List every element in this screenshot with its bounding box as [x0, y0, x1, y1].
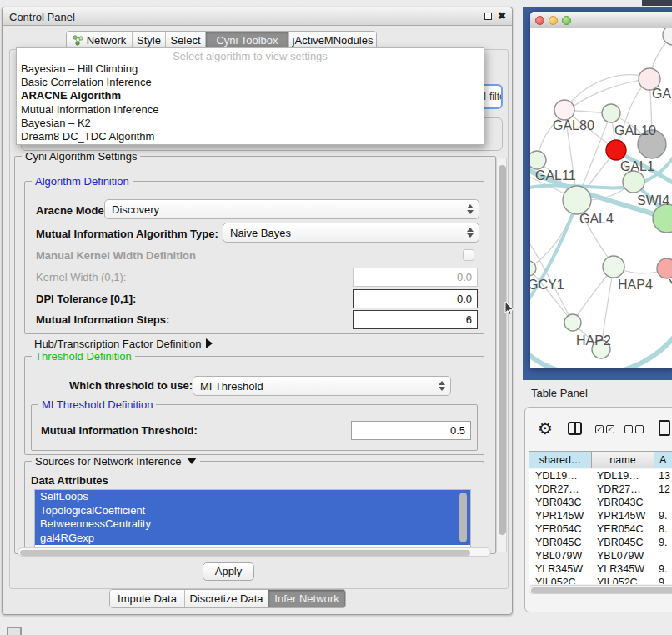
network-window: GAL GAL80 GAL10 GAL1 GAL11 SWI4 GAL4 GCY… [530, 12, 672, 368]
attribute-item-betweennesscentrality[interactable]: BetweennessCentrality [35, 518, 470, 532]
kernel-width-field[interactable]: 0.0 [353, 268, 478, 287]
node-label: HAP4 [618, 278, 653, 292]
node-green [653, 204, 672, 232]
combo-arrows-icon [464, 228, 479, 238]
settings-vscrollbar[interactable] [496, 158, 507, 552]
tab-infer-network[interactable]: Infer Network [268, 590, 345, 608]
close-icon[interactable]: ✖ [498, 10, 506, 22]
expanded-arrow-icon [187, 458, 197, 464]
algorithm-dropdown: Select algorithm to view settings Bayesi… [16, 48, 484, 145]
which-threshold-combo[interactable]: MI Threshold [193, 376, 451, 396]
node-label: GCY1 [530, 278, 564, 292]
tab-discretize-data[interactable]: Discretize Data [185, 590, 268, 608]
dpi-tolerance-field[interactable]: 0.0 [353, 289, 478, 308]
table-row[interactable]: YDR27…YDR27…12 [529, 483, 672, 497]
node-hap2 [564, 314, 581, 331]
tab-jactivemnodules[interactable]: jActiveMNodules [289, 32, 376, 49]
table-row[interactable]: YDL19…YDL19…13 [529, 470, 672, 483]
aracne-mode-label: Aracne Mode: [36, 204, 108, 217]
minimize-traffic-light[interactable] [549, 16, 558, 25]
table-row[interactable]: YER054CYER054C8. [529, 523, 672, 537]
node-gal4 [563, 186, 591, 214]
table-hscrollbar-thumb[interactable] [531, 588, 672, 593]
mi-steps-field[interactable]: 6 [353, 310, 478, 329]
tab-label: Network [87, 34, 127, 47]
algorithm-option-aracne[interactable]: ARACNE Algorithm [17, 89, 484, 102]
deselect-all-checks-icon[interactable] [624, 425, 644, 433]
tab-network[interactable]: Network [67, 32, 133, 49]
aracne-mode-combo[interactable]: Discovery [104, 199, 479, 219]
node-salmon [657, 258, 672, 278]
attribute-list-scrollbar[interactable] [459, 492, 467, 542]
zoom-traffic-light[interactable] [562, 16, 571, 25]
mouse-cursor [504, 302, 515, 317]
algorithm-option-basic-correlation[interactable]: Basic Correlation Inference [17, 76, 484, 89]
node-hap4 [603, 256, 624, 278]
attribute-item-topologicalcoefficient[interactable]: TopologicalCoefficient [35, 504, 470, 518]
node-label: GAL4 [579, 212, 614, 226]
select-all-checks-icon[interactable]: ✓✓ [595, 425, 614, 433]
hub-definition-toggle[interactable]: Hub/Transcription Factor Definition [34, 338, 213, 350]
mi-algorithm-type-label: Mutual Information Algorithm Type: [36, 228, 218, 240]
table-row[interactable]: YLR345WYLR345W9. [529, 563, 672, 577]
collapsed-arrow-icon [206, 338, 213, 348]
node-label: GAL [652, 87, 672, 101]
which-threshold-label: Which threshold to use: [69, 379, 193, 392]
settings-hscrollbar-thumb[interactable] [20, 550, 470, 556]
close-traffic-light[interactable] [535, 16, 544, 25]
combo-arrows-icon [464, 204, 479, 214]
data-attributes-label: Data Attributes [31, 474, 108, 487]
algorithm-definition-title: Algorithm Definition [32, 175, 133, 188]
attribute-item-gal4rgexp[interactable]: gal4RGexp [35, 532, 470, 546]
settings-hscrollbar[interactable] [18, 548, 491, 557]
manual-kernel-width-checkbox[interactable] [463, 249, 474, 261]
node-swi4 [623, 171, 644, 192]
table-row[interactable]: YBL079WYBL079W [529, 550, 672, 563]
float-panel-icon[interactable] [484, 12, 492, 20]
settings-vscrollbar-thumb[interactable] [499, 165, 506, 535]
tab-impute-data[interactable]: Impute Data [110, 590, 185, 608]
mi-steps-label: Mutual Information Steps: [36, 313, 169, 326]
table-body: YDL19…YDL19…13 YDR27…YDR27…12 YBR043CYBR… [529, 469, 672, 584]
algorithm-option-bayesian-hill[interactable]: Bayesian – Hill Climbing [17, 62, 484, 76]
kernel-width-label: Kernel Width (0,1): [36, 271, 126, 283]
settings-group-title: Cyni Algorithm Settings [22, 150, 140, 162]
table-row[interactable]: YBR045CYBR045C9. [529, 537, 672, 550]
column-header-name[interactable]: name [591, 451, 654, 468]
mi-threshold-definition-title: MI Threshold Definition [38, 398, 156, 411]
dropdown-prompt: Select algorithm to view settings [17, 48, 484, 62]
apply-button[interactable]: Apply [203, 562, 254, 581]
algorithm-option-bayesian-k2[interactable]: Bayesian – K2 [17, 117, 484, 130]
tab-select[interactable]: Select [166, 32, 206, 49]
table-row[interactable]: YBR043CYBR043C [529, 497, 672, 510]
mi-algorithm-type-combo[interactable]: Naive Bayes [223, 222, 479, 242]
node-label: Y [669, 278, 672, 292]
gear-icon[interactable]: ⚙ [538, 418, 553, 438]
node-gal11 [530, 151, 546, 169]
algorithm-option-dream8[interactable]: Dream8 DC_TDC Algorithm [17, 130, 484, 143]
document-icon[interactable] [659, 420, 670, 436]
table-hscrollbar[interactable] [529, 585, 672, 594]
tab-style[interactable]: Style [133, 32, 166, 49]
combo-arrows-icon [435, 381, 450, 391]
minimized-panel-icon[interactable] [7, 627, 22, 635]
mi-threshold-label: Mutual Information Threshold: [41, 424, 198, 437]
attribute-item-selfloops[interactable]: SelfLoops [35, 490, 470, 504]
column-selector-icon[interactable] [568, 422, 582, 435]
column-header-shared[interactable]: shared… [529, 451, 592, 468]
mi-threshold-field[interactable]: 0.5 [351, 421, 471, 440]
column-header-a[interactable]: A [654, 451, 672, 468]
network-icon [73, 35, 83, 46]
control-panel: Control Panel ✖ Network Style Select Cyn… [2, 7, 513, 615]
panel-title: Control Panel [9, 11, 75, 23]
sources-group-title: Sources for Network Inference [32, 455, 200, 468]
node-gal1 [606, 140, 626, 160]
algorithm-option-mutual-information[interactable]: Mutual Information Inference [17, 103, 484, 117]
tab-cyni-toolbox[interactable]: Cyni Toolbox [206, 32, 289, 49]
node [663, 28, 672, 45]
table-row[interactable]: YPR145WYPR145W9. [529, 510, 672, 523]
table-row[interactable]: YIL052CYIL052C9 [529, 577, 672, 584]
bottom-tabbar: Impute Data Discretize Data Infer Networ… [109, 589, 346, 608]
network-canvas[interactable]: GAL GAL80 GAL10 GAL1 GAL11 SWI4 GAL4 GCY… [530, 28, 672, 368]
control-panel-titlebar: Control Panel ✖ [3, 8, 512, 26]
